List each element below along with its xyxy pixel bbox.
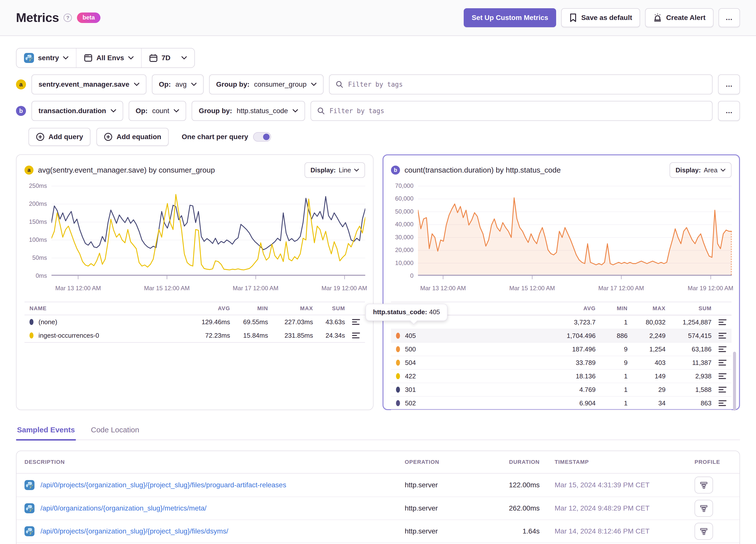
- series-name: 500: [405, 345, 416, 353]
- series-summary-table-a: NAMEAVGMINMAXSUM(none)129.46ms69.55ms227…: [24, 302, 365, 343]
- x-tick-label: Mar 13 12:00 AM: [420, 285, 466, 292]
- legend-row[interactable]: ingest-occurrences-072.23ms15.84ms231.85…: [24, 329, 365, 342]
- legend-row[interactable]: (none)129.46ms69.55ms227.03ms43.63s: [24, 315, 365, 329]
- x-tick-label: Mar 19 12:00 AM: [688, 285, 734, 292]
- circled-plus-icon: [104, 133, 112, 141]
- row-filter-icon[interactable]: [717, 316, 729, 328]
- window-icon: [84, 54, 92, 62]
- legend-row[interactable]: 4051,704.4968862,249574,415: [391, 329, 732, 342]
- legend-row[interactable]: 3014.7691291,588: [391, 383, 732, 396]
- event-description-link[interactable]: /api/0/projects/{organization_slug}/{pro…: [40, 527, 228, 535]
- row-filter-icon[interactable]: [717, 384, 729, 396]
- table-scrollbar[interactable]: [733, 352, 736, 411]
- save-as-default-button[interactable]: Save as default: [561, 8, 640, 27]
- profile-button[interactable]: [695, 523, 713, 540]
- beta-badge: beta: [77, 12, 100, 23]
- query-more-button-a[interactable]: …: [718, 74, 740, 94]
- y-tick-label: 100ms: [29, 236, 47, 243]
- y-tick-label: 150ms: [29, 218, 47, 225]
- page-title: Metrics: [16, 10, 59, 25]
- bookmark-icon: [569, 13, 577, 22]
- setup-custom-metrics-button[interactable]: Set Up Custom Metrics: [464, 8, 556, 27]
- metric-select-b[interactable]: transaction.duration: [31, 101, 123, 121]
- profile-button[interactable]: [695, 477, 713, 494]
- header-more-button[interactable]: …: [719, 8, 740, 27]
- query-actions-row: Add query Add equation One chart per que…: [28, 128, 740, 146]
- event-row: /api/0/projects/{organization_slug}/{pro…: [16, 474, 740, 497]
- chart-badge-a: a: [24, 166, 33, 175]
- environment-selector[interactable]: All Envs: [76, 48, 141, 67]
- row-filter-icon[interactable]: [717, 330, 729, 342]
- legend-row[interactable]: 500187.49691,25463,186: [391, 342, 732, 356]
- tab-sampled-events[interactable]: Sampled Events: [16, 426, 76, 440]
- python-project-icon: [24, 526, 34, 536]
- groupby-select-b[interactable]: Group by:http.status_code: [192, 101, 305, 121]
- series-name: 504: [405, 359, 416, 367]
- series-name: 301: [405, 386, 416, 394]
- legend-row[interactable]: 50433.789940311,387: [391, 356, 732, 369]
- add-equation-button[interactable]: Add equation: [96, 128, 169, 146]
- query-badge-a: a: [16, 79, 26, 89]
- one-chart-per-query-label: One chart per query: [182, 133, 248, 141]
- row-filter-icon[interactable]: [717, 397, 729, 409]
- row-filter-icon[interactable]: [717, 357, 729, 369]
- series-color-dot: [396, 333, 400, 339]
- event-description-link[interactable]: /api/0/projects/{organization_slug}/{pro…: [40, 481, 286, 489]
- python-project-icon: [24, 53, 34, 63]
- series-name: 422: [405, 372, 416, 380]
- display-select-a[interactable]: Display: Line: [305, 162, 365, 178]
- chevron-down-icon: [354, 169, 359, 172]
- chevron-down-icon: [111, 109, 116, 113]
- metric-select-a[interactable]: sentry.event_manager.save: [31, 74, 146, 94]
- create-alert-button[interactable]: Create Alert: [645, 8, 714, 27]
- events-table-body: /api/0/projects/{organization_slug}/{pro…: [16, 474, 740, 544]
- chart-card-b: b count(transaction.duration) by http.st…: [382, 154, 740, 410]
- tab-code-location[interactable]: Code Location: [90, 426, 140, 440]
- tag-filter-b[interactable]: [311, 101, 713, 121]
- series-name: ingest-occurrences-0: [38, 332, 99, 339]
- circled-plus-icon: [36, 133, 44, 141]
- tag-filter-input-b[interactable]: [330, 107, 706, 115]
- query-row-b: b transaction.duration Op:count Group by…: [16, 101, 740, 121]
- query-badge-b: b: [16, 106, 26, 116]
- series-name: 405: [405, 332, 416, 340]
- chart-tooltip: http.status_code:405: [366, 304, 447, 321]
- groupby-select-a[interactable]: Group by:consumer_group: [209, 74, 324, 94]
- row-filter-icon[interactable]: [717, 343, 729, 355]
- line-chart-plot[interactable]: [51, 186, 365, 281]
- legend-row[interactable]: 5026.904134863: [391, 396, 732, 410]
- tag-filter-a[interactable]: [329, 74, 713, 94]
- event-description-link[interactable]: /api/0/organizations/{organization_slug}…: [40, 504, 207, 512]
- series-name: (none): [38, 318, 57, 326]
- x-axis-a: Mar 13 12:00 AMMar 15 12:00 AMMar 17 12:…: [51, 285, 365, 294]
- series-color-dot: [396, 346, 400, 352]
- x-tick-label: Mar 17 12:00 AM: [598, 285, 644, 292]
- date-range-selector[interactable]: 7D: [141, 48, 195, 67]
- tag-filter-input-a[interactable]: [348, 81, 706, 88]
- row-filter-icon[interactable]: [350, 316, 362, 328]
- op-select-a[interactable]: Op:avg: [152, 74, 204, 94]
- series-name: 502: [405, 399, 416, 407]
- chevron-down-icon: [134, 83, 139, 86]
- chevron-down-icon: [293, 109, 298, 113]
- y-tick-label: 50ms: [32, 254, 47, 261]
- siren-icon: [653, 13, 662, 22]
- one-chart-per-query-toggle[interactable]: [253, 132, 271, 142]
- profile-button[interactable]: [695, 500, 713, 517]
- legend-row[interactable]: 42218.13611492,938: [391, 369, 732, 383]
- page-filter-bar: sentry All Envs 7D: [16, 48, 195, 68]
- add-query-button[interactable]: Add query: [28, 128, 90, 146]
- row-filter-icon[interactable]: [350, 329, 362, 341]
- project-selector[interactable]: sentry: [16, 48, 76, 67]
- display-select-b[interactable]: Display: Area: [670, 162, 732, 178]
- row-filter-icon[interactable]: [717, 370, 729, 382]
- series-color-dot: [396, 360, 400, 366]
- y-tick-label: 200ms: [29, 200, 47, 207]
- help-icon[interactable]: ?: [63, 13, 72, 22]
- series-color-dot: [396, 387, 400, 393]
- op-select-b[interactable]: Op:count: [129, 101, 186, 121]
- query-more-button-b[interactable]: …: [718, 101, 740, 121]
- area-chart-plot[interactable]: [418, 186, 732, 281]
- chevron-down-icon: [191, 83, 197, 86]
- x-tick-label: Mar 19 12:00 AM: [322, 285, 367, 292]
